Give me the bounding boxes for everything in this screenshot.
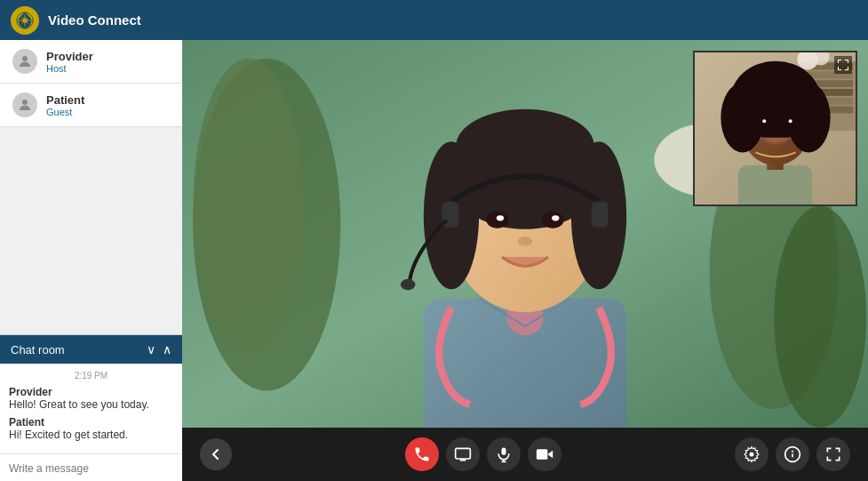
- patient-avatar: [12, 92, 37, 117]
- participant-list: Provider Host Patient Guest: [0, 40, 182, 334]
- chat-collapse-btn[interactable]: ∨: [147, 342, 155, 357]
- chat-expand-btn[interactable]: ∧: [163, 342, 171, 357]
- chat-section: Chat room ∨ ∧ 2:19 PM Provider Hello! Gr…: [0, 334, 182, 481]
- svg-point-6: [193, 59, 304, 354]
- msg-text-1: Hi! Excited to get started.: [9, 429, 173, 441]
- svg-rect-25: [592, 202, 609, 228]
- provider-info: Provider Host: [46, 50, 93, 74]
- msg-sender-0: Provider: [9, 386, 173, 398]
- nav-back-button[interactable]: [200, 438, 232, 470]
- chat-header: Chat room ∨ ∧: [0, 335, 182, 364]
- svg-point-46: [789, 119, 792, 123]
- microphone-button[interactable]: [487, 437, 521, 471]
- svg-point-45: [762, 119, 766, 123]
- chat-input[interactable]: [9, 462, 173, 475]
- pip-expand-button[interactable]: [834, 56, 852, 74]
- chat-timestamp: 2:19 PM: [9, 371, 173, 381]
- settings-button[interactable]: [735, 437, 768, 471]
- patient-name: Patient: [46, 93, 84, 107]
- controls-right: [735, 437, 850, 471]
- camera-button[interactable]: [528, 437, 561, 471]
- chat-input-area[interactable]: [0, 453, 182, 481]
- svg-rect-51: [537, 449, 548, 460]
- controls-center: [405, 437, 561, 471]
- patient-info: Patient Guest: [46, 93, 84, 117]
- svg-point-21: [497, 215, 504, 220]
- pip-video-inner: [695, 52, 856, 204]
- fullscreen-button[interactable]: [816, 437, 850, 471]
- svg-point-22: [552, 215, 559, 220]
- participant-patient: Patient Guest: [0, 84, 182, 127]
- sidebar: Video Connect Provider Host: [0, 0, 182, 481]
- svg-point-52: [750, 453, 754, 457]
- svg-point-19: [486, 212, 508, 228]
- end-call-button[interactable]: [405, 437, 439, 471]
- main-content: [182, 0, 868, 481]
- svg-point-42: [787, 83, 831, 152]
- svg-rect-47: [456, 448, 471, 459]
- msg-text-0: Hello! Great to see you today.: [9, 398, 173, 411]
- svg-point-44: [783, 116, 795, 127]
- app-title: Video Connect: [48, 12, 141, 28]
- controls-left: [200, 438, 232, 470]
- provider-avatar: [12, 49, 37, 74]
- svg-point-56: [792, 451, 793, 453]
- chat-title: Chat room: [11, 343, 65, 357]
- svg-rect-37: [738, 165, 812, 204]
- app-logo: [11, 6, 39, 35]
- provider-role: Host: [46, 63, 93, 74]
- patient-role: Guest: [46, 107, 84, 117]
- svg-point-18: [456, 109, 594, 183]
- sidebar-header: Video Connect: [0, 0, 182, 40]
- svg-point-26: [401, 279, 416, 290]
- chat-controls: ∨ ∧: [147, 342, 171, 357]
- participant-provider: Provider Host: [0, 40, 182, 84]
- info-button[interactable]: [776, 437, 809, 471]
- msg-sender-1: Patient: [9, 416, 173, 429]
- screen-share-button[interactable]: [446, 437, 480, 471]
- bottom-controls: [182, 428, 868, 481]
- top-bar: [182, 0, 868, 40]
- svg-point-3: [22, 100, 28, 105]
- app-container: Video Connect Provider Host: [0, 0, 868, 481]
- svg-point-8: [774, 206, 866, 428]
- pip-video: [693, 51, 857, 206]
- svg-rect-48: [502, 448, 506, 455]
- chat-messages: 2:19 PM Provider Hello! Great to see you…: [0, 364, 182, 453]
- svg-point-2: [22, 56, 28, 61]
- svg-point-43: [756, 116, 768, 127]
- video-area: [182, 40, 868, 428]
- provider-name: Provider: [46, 50, 93, 63]
- svg-point-41: [721, 83, 764, 152]
- svg-point-20: [542, 212, 564, 228]
- svg-point-23: [518, 236, 533, 245]
